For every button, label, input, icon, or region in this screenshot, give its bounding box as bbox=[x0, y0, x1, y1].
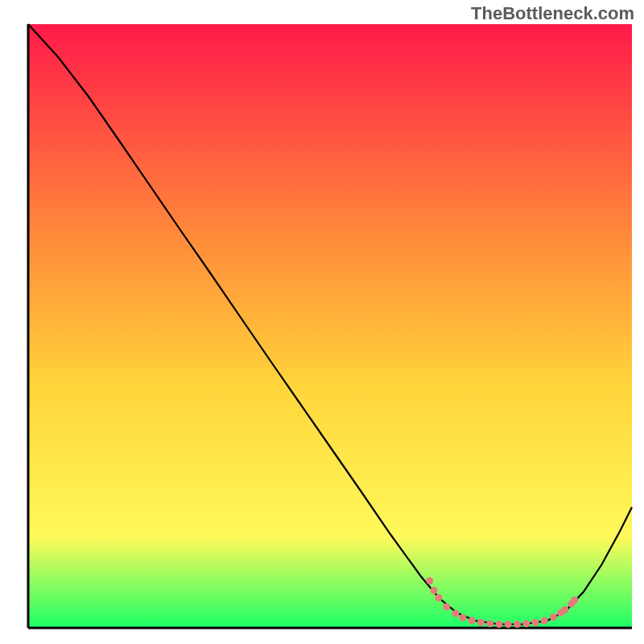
plot-background bbox=[28, 24, 632, 628]
highlight-dot bbox=[571, 597, 578, 604]
highlight-dot bbox=[561, 606, 568, 613]
highlight-dot bbox=[436, 594, 443, 601]
highlight-dot bbox=[477, 619, 485, 626]
highlight-dot bbox=[496, 621, 503, 628]
highlight-dot bbox=[505, 621, 512, 628]
highlight-dot bbox=[443, 603, 450, 610]
highlight-dot bbox=[460, 614, 467, 621]
highlight-dot bbox=[541, 617, 548, 625]
highlight-dot bbox=[469, 617, 476, 625]
chart-plot bbox=[0, 0, 644, 644]
highlight-dot bbox=[532, 619, 539, 626]
highlight-dot bbox=[431, 587, 438, 594]
watermark-text: TheBottleneck.com bbox=[471, 3, 634, 24]
highlight-dot bbox=[486, 620, 493, 627]
highlight-dot bbox=[550, 613, 557, 621]
chart-container: TheBottleneck.com bbox=[0, 0, 644, 644]
highlight-dot bbox=[522, 620, 530, 627]
highlight-dot bbox=[452, 610, 460, 617]
highlight-dot bbox=[426, 577, 433, 584]
highlight-dot bbox=[514, 621, 521, 628]
